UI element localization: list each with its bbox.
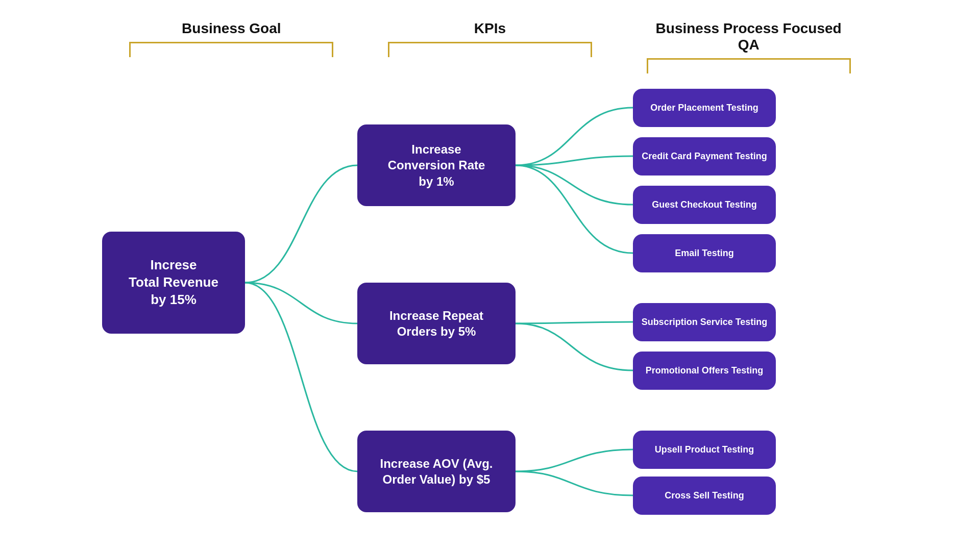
header-title-qa: Business Process Focused QA [647, 20, 851, 53]
node-guest-checkout-testing: Guest Checkout Testing [633, 186, 776, 224]
header-col-goal: Business Goal [129, 20, 333, 73]
header-col-kpis: KPIs [388, 20, 592, 73]
header-bracket-goal [129, 42, 333, 57]
header-col-qa: Business Process Focused QA [647, 20, 851, 73]
header-title-goal: Business Goal [182, 20, 281, 37]
node-credit-card-payment-testing: Credit Card Payment Testing [633, 137, 776, 176]
header-bracket-qa [647, 58, 851, 73]
node-email-testing: Email Testing [633, 234, 776, 272]
node-subscription-service-testing: Subscription Service Testing [633, 303, 776, 341]
diagram-area: Increse Total Revenue by 15% Increase Co… [41, 84, 939, 551]
node-goal: Increse Total Revenue by 15% [102, 232, 245, 334]
node-order-placement-testing: Order Placement Testing [633, 89, 776, 127]
header-bracket-kpis [388, 42, 592, 57]
node-promotional-offers-testing: Promotional Offers Testing [633, 352, 776, 390]
node-kpi1: Increase Conversion Rate by 1% [357, 124, 516, 206]
node-kpi3: Increase AOV (Avg. Order Value) by $5 [357, 431, 516, 512]
header-title-kpis: KPIs [474, 20, 506, 37]
header: Business Goal KPIs Business Process Focu… [0, 0, 980, 84]
node-upsell-product-testing: Upsell Product Testing [633, 431, 776, 469]
node-kpi2: Increase Repeat Orders by 5% [357, 283, 516, 364]
node-cross-sell-testing: Cross Sell Testing [633, 477, 776, 515]
